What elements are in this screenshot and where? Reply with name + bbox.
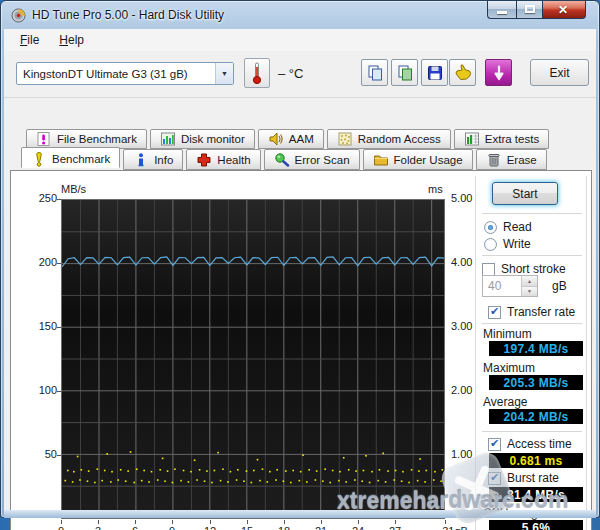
burst-rate-label: Burst rate (507, 471, 559, 485)
chart-canvas (62, 200, 444, 518)
right-axis-tick-label: 3.00 (451, 320, 472, 332)
x-axis-tick-label: 9 (152, 525, 192, 530)
right-axis-tick-label: 2.00 (451, 384, 472, 396)
spinner-down-icon[interactable]: ▼ (522, 287, 537, 297)
folder-icon (373, 152, 389, 168)
average-value: 204.2 MB/s (489, 409, 583, 424)
left-axis-tick (57, 263, 61, 264)
copy-image-button[interactable] (391, 59, 418, 86)
x-axis-tick (98, 520, 99, 524)
x-axis-tick-label: 6 (115, 525, 155, 530)
hand-button[interactable] (449, 59, 476, 86)
write-label: Write (503, 237, 531, 251)
random-access-icon (337, 131, 353, 147)
left-axis-unit: MB/s (61, 183, 86, 195)
access-time-value: 0.681 ms (489, 453, 583, 468)
extra-tests-icon (464, 131, 480, 147)
x-axis-tick (321, 520, 322, 524)
maximum-value: 205.3 MB/s (489, 375, 583, 390)
x-axis-tick (395, 520, 396, 524)
tab-health[interactable]: Health (186, 149, 260, 170)
x-axis-tick (172, 520, 173, 524)
short-stroke-value: 40 (483, 276, 521, 296)
maximize-icon (525, 5, 535, 13)
read-radio-row[interactable]: Read (484, 220, 532, 234)
x-axis-tick (61, 520, 62, 524)
tab-error-scan[interactable]: Error Scan (264, 149, 360, 170)
tab-label: Benchmark (52, 153, 110, 165)
temperature-button[interactable] (244, 58, 270, 88)
exit-button[interactable]: Exit (530, 59, 589, 86)
menu-help[interactable]: Help (51, 31, 92, 49)
caption-buttons: ✕ (487, 1, 586, 19)
minimize-button[interactable] (487, 1, 516, 19)
burst-rate-row[interactable]: Burst rate (488, 471, 559, 485)
titlebar[interactable]: HD Tune Pro 5.00 - Hard Disk Utility ✕ (1, 1, 599, 29)
short-stroke-checkbox[interactable] (482, 263, 495, 276)
copy-button[interactable] (361, 59, 388, 86)
cpu-usage-value: 5.6% (489, 520, 583, 530)
access-time-checkbox[interactable] (488, 438, 501, 451)
tab-folder-usage[interactable]: Folder Usage (363, 149, 473, 170)
health-cross-icon (196, 152, 212, 168)
minimum-label: Minimum (483, 327, 532, 341)
x-axis-tick (210, 520, 211, 524)
benchmark-icon (31, 151, 47, 167)
copy-image-icon (396, 64, 414, 82)
tab-label: Random Access (358, 133, 441, 145)
read-radio[interactable] (484, 221, 497, 234)
read-label: Read (503, 220, 532, 234)
burst-rate-checkbox[interactable] (488, 472, 501, 485)
tab-erase[interactable]: Erase (476, 149, 547, 170)
left-axis-tick-label: 150 (25, 320, 57, 332)
close-icon: ✕ (558, 3, 568, 17)
benchmark-page: MB/s ms 250200150100505.004.003.002.001.… (10, 170, 592, 530)
x-axis-tick-label: 3 (78, 525, 118, 530)
download-arrow-icon (490, 64, 508, 82)
left-axis-tick (57, 199, 61, 200)
spinner-buttons[interactable]: ▲▼ (521, 276, 537, 296)
x-axis-tick (445, 520, 446, 524)
download-button[interactable] (485, 59, 512, 86)
x-axis-tick-label: 31gB (435, 525, 475, 530)
tab-label: File Benchmark (57, 133, 137, 145)
tab-benchmark[interactable]: Benchmark (21, 147, 120, 168)
tab-extra-tests[interactable]: Extra tests (454, 129, 549, 149)
start-button[interactable]: Start (492, 182, 558, 205)
x-axis-tick-label: 21 (301, 525, 341, 530)
info-icon (133, 152, 149, 168)
left-axis-tick (57, 455, 61, 456)
tab-label: Error Scan (295, 154, 350, 166)
x-axis-tick-label: 0 (41, 525, 81, 530)
tab-file-benchmark[interactable]: File Benchmark (26, 129, 147, 149)
tab-label: AAM (289, 133, 314, 145)
tab-label: Folder Usage (394, 154, 463, 166)
left-axis-tick-label: 250 (25, 192, 57, 204)
tab-info[interactable]: Info (123, 149, 183, 170)
maximize-button[interactable] (516, 1, 543, 19)
close-button[interactable]: ✕ (543, 1, 586, 19)
tab-label: Health (217, 154, 250, 166)
write-radio-row[interactable]: Write (484, 237, 531, 251)
tab-disk-monitor[interactable]: Disk monitor (150, 129, 255, 149)
tab-aam[interactable]: AAM (258, 129, 324, 149)
write-radio[interactable] (484, 238, 497, 251)
transfer-rate-checkbox[interactable] (488, 306, 501, 319)
copy-icon (366, 64, 384, 82)
short-stroke-row[interactable]: Short stroke (482, 262, 566, 276)
menu-file[interactable]: File (12, 31, 47, 49)
spinner-up-icon[interactable]: ▲ (522, 276, 537, 287)
exit-label: Exit (549, 66, 569, 80)
transfer-rate-row[interactable]: Transfer rate (488, 305, 575, 319)
chevron-down-icon[interactable]: ▼ (215, 63, 233, 84)
access-time-row[interactable]: Access time (488, 437, 572, 451)
device-select[interactable]: KingstonDT Ultimate G3 (31 gB) ▼ (16, 62, 234, 85)
save-button[interactable] (421, 59, 448, 86)
short-stroke-spinner[interactable]: 40 ▲▼ (482, 275, 538, 297)
x-axis-tick-label: 18 (264, 525, 304, 530)
left-axis-tick-label: 50 (25, 448, 57, 460)
start-label: Start (512, 187, 537, 201)
tab-random-access[interactable]: Random Access (327, 129, 451, 149)
desktop: HD Tune Pro 5.00 - Hard Disk Utility ✕ F… (0, 0, 600, 530)
trash-icon (486, 152, 502, 168)
